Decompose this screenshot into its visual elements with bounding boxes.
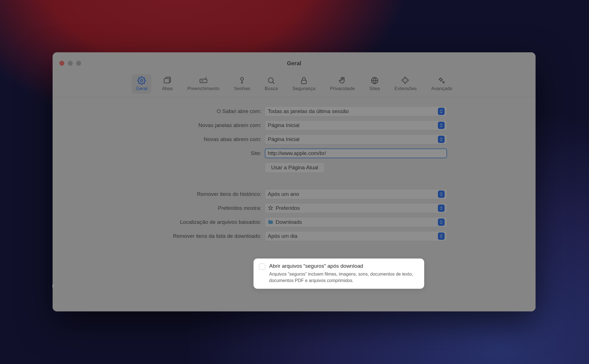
hand-icon [337, 76, 348, 85]
tab-label: Abas [162, 86, 173, 91]
select-value: Após um dia [267, 233, 438, 239]
row-safari-opens: O Safari abre com: Todas as janelas da ú… [64, 106, 524, 116]
chevron-updown-icon [438, 108, 445, 115]
tab-extensoes[interactable]: Extensões [391, 74, 421, 94]
row-remove-history: Remover itens do histórico: Após um ano [64, 189, 524, 199]
traffic-lights [53, 61, 81, 66]
select-value: Todas as janelas da última sessão [267, 108, 438, 114]
select-value: Página Inicial [267, 122, 438, 128]
titlebar: Geral [53, 52, 536, 74]
select-new-windows[interactable]: Página Inicial [265, 120, 447, 130]
homepage-input[interactable] [265, 148, 447, 158]
tab-abas[interactable]: Abas [158, 74, 177, 94]
globe-icon [370, 76, 380, 85]
svg-rect-5 [301, 80, 306, 84]
select-value: Preferidos [267, 205, 438, 211]
svg-point-3 [241, 78, 243, 80]
select-remove-history[interactable]: Após um ano [265, 189, 447, 199]
select-safari-opens[interactable]: Todas as janelas da última sessão [265, 106, 447, 116]
svg-rect-1 [164, 79, 170, 83]
label-favorites: Preferidos mostra: [64, 205, 261, 211]
tab-label: Extensões [395, 86, 417, 91]
tab-seguranca[interactable]: Segurança [288, 74, 319, 94]
svg-point-4 [268, 78, 273, 83]
tab-label: Sites [369, 86, 380, 91]
chevron-updown-icon [438, 233, 445, 240]
chevron-updown-icon [438, 205, 445, 212]
tab-label: Preenchimento [187, 86, 219, 91]
general-panel: O Safari abre com: Todas as janelas da ú… [53, 97, 536, 256]
select-value: Downloads [267, 219, 438, 225]
label-download-location: Localização de arquivos baixados: [64, 219, 261, 225]
label-new-windows: Novas janelas abrem com: [64, 122, 261, 128]
chevron-updown-icon [438, 122, 445, 129]
chevron-updown-icon [438, 191, 445, 198]
tab-preenchimento[interactable]: Preenchimento [184, 74, 223, 94]
toolbar-tabs: Geral Abas Preenchimento Senhas Busca [53, 74, 536, 97]
puzzle-icon [401, 76, 411, 85]
svg-point-0 [140, 79, 143, 82]
select-download-location[interactable]: Downloads [265, 217, 447, 227]
key-icon [237, 76, 247, 85]
row-download-location: Localização de arquivos baixados: Downlo… [64, 217, 524, 227]
star-icon [268, 205, 273, 211]
window-title: Geral [53, 60, 536, 67]
help-button[interactable]: ? [53, 281, 53, 290]
open-safe-files-section: Abrir arquivos “seguros” após download A… [254, 259, 424, 289]
autofill-icon [198, 76, 208, 85]
tab-label: Busca [265, 86, 278, 91]
select-text-value: Downloads [276, 219, 302, 225]
select-favorites[interactable]: Preferidos [265, 203, 447, 213]
svg-point-7 [440, 79, 442, 81]
select-text-value: Preferidos [276, 205, 300, 211]
label-remove-downloads: Remover itens da lista de downloads: [64, 233, 261, 239]
tab-general[interactable]: Geral [132, 74, 151, 94]
row-site: Site: [64, 148, 524, 158]
chevron-updown-icon [438, 136, 445, 143]
tab-label: Geral [136, 86, 147, 91]
tabs-icon [162, 76, 172, 85]
tab-label: Privacidade [330, 86, 355, 91]
tab-label: Senhas [234, 86, 250, 91]
tab-label: Avançado [431, 86, 452, 91]
row-favorites: Preferidos mostra: Preferidos [64, 203, 524, 213]
row-remove-downloads: Remover itens da lista de downloads: Apó… [64, 231, 524, 241]
lock-icon [299, 76, 309, 85]
open-safe-files-checkbox[interactable] [259, 264, 265, 270]
row-new-tabs: Novas abas abrem com: Página Inicial [64, 134, 524, 144]
close-window-button[interactable] [59, 61, 64, 66]
svg-point-8 [443, 82, 444, 83]
minimize-window-button[interactable] [68, 61, 73, 66]
chevron-updown-icon [438, 219, 445, 226]
open-safe-files-description: Arquivos “seguros” incluem filmes, image… [269, 271, 417, 284]
row-use-current: Usar a Página Atual [64, 162, 524, 173]
gear-icon [137, 76, 147, 85]
tab-label: Segurança [292, 86, 315, 91]
select-value: Após um ano [267, 191, 438, 197]
use-current-page-button[interactable]: Usar a Página Atual [265, 162, 325, 173]
label-new-tabs: Novas abas abrem com: [64, 136, 261, 142]
preferences-window: Geral Geral Abas Preenchimento Senhas [53, 52, 536, 311]
row-new-windows: Novas janelas abrem com: Página Inicial [64, 120, 524, 130]
zoom-window-button[interactable] [76, 61, 81, 66]
select-new-tabs[interactable]: Página Inicial [265, 134, 447, 144]
folder-icon [268, 219, 273, 225]
spacer [64, 177, 524, 185]
label-remove-history: Remover itens do histórico: [64, 191, 261, 197]
select-value: Página Inicial [267, 136, 438, 142]
tab-privacidade[interactable]: Privacidade [326, 74, 359, 94]
open-safe-files-label: Abrir arquivos “seguros” após download [269, 263, 417, 269]
tab-sites[interactable]: Sites [365, 74, 384, 94]
label-site: Site: [64, 150, 261, 156]
tab-senhas[interactable]: Senhas [230, 74, 254, 94]
select-remove-downloads[interactable]: Após um dia [265, 231, 447, 241]
tab-busca[interactable]: Busca [261, 74, 282, 94]
tab-avancado[interactable]: Avançado [427, 74, 456, 94]
search-icon [266, 76, 276, 85]
gears-icon [437, 76, 447, 85]
label-safari-opens: O Safari abre com: [64, 108, 261, 114]
